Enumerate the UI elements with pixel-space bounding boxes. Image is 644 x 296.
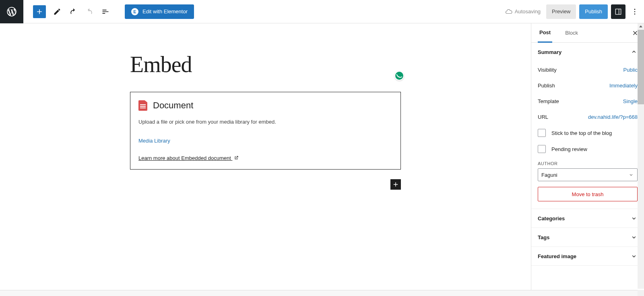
redo-button[interactable] (81, 4, 97, 20)
add-block-inline-button[interactable] (390, 179, 401, 190)
settings-toggle-button[interactable] (611, 4, 625, 19)
scrollbar-corner (638, 290, 644, 296)
row-template: Template Single (538, 93, 638, 109)
preview-button[interactable]: Preview (546, 4, 576, 19)
chevron-down-icon (630, 215, 638, 222)
edit-mode-button[interactable] (49, 4, 65, 20)
settings-sidebar: Post Block Summary Visibility Public (531, 23, 644, 296)
move-to-trash-button[interactable]: Move to trash (538, 187, 638, 201)
cloud-icon (505, 8, 512, 15)
publish-button[interactable]: Publish (579, 4, 608, 19)
pencil-icon (53, 8, 61, 16)
plus-icon (392, 181, 399, 188)
visibility-value[interactable]: Public (623, 67, 638, 73)
wordpress-logo[interactable] (0, 0, 23, 23)
block-description: Upload a file or pick one from your medi… (138, 119, 392, 125)
document-icon (138, 100, 147, 111)
post-title[interactable]: Embed (130, 52, 401, 77)
panel-featured-image-header[interactable]: Featured image (531, 247, 644, 265)
toolbar-tools (23, 4, 114, 20)
chevron-down-icon (630, 253, 638, 260)
panel-summary-body: Visibility Public Publish Immediately Te… (531, 61, 644, 209)
top-toolbar: E Edit with Elementor Autosaving Preview… (0, 0, 644, 23)
add-block-button[interactable] (33, 5, 46, 18)
block-title: Document (153, 100, 193, 111)
row-url: URL dev.nahid.life/?p=668 (538, 109, 638, 125)
sidebar-icon (614, 8, 622, 16)
wordpress-icon (6, 6, 17, 17)
author-select[interactable]: Faguni (538, 168, 638, 181)
panel-featured-image: Featured image (531, 247, 644, 266)
block-header: Document (138, 100, 392, 111)
template-value[interactable]: Single (623, 98, 638, 104)
document-block[interactable]: Document Upload a file or pick one from … (130, 92, 401, 170)
grammarly-icon[interactable] (394, 71, 404, 81)
tab-block[interactable]: Block (564, 23, 580, 42)
url-value[interactable]: dev.nahid.life/?p=668 (588, 114, 638, 120)
elementor-icon: E (131, 8, 138, 15)
panel-tags-header[interactable]: Tags (531, 228, 644, 246)
external-link-icon (234, 155, 239, 160)
editor-canvas[interactable]: Embed Document Upload a file or pick one… (0, 23, 531, 296)
toolbar-left: E Edit with Elementor (0, 0, 194, 23)
chevron-down-icon (630, 234, 638, 241)
scroll-up-icon (639, 25, 643, 29)
undo-button[interactable] (65, 4, 81, 20)
sticky-checkbox[interactable] (538, 129, 546, 137)
panel-categories: Categories (531, 209, 644, 228)
sidebar-body: Summary Visibility Public Publish Immedi… (531, 43, 644, 296)
publish-value[interactable]: Immediately (609, 83, 638, 89)
undo-icon (69, 8, 77, 16)
editor-content: Embed Document Upload a file or pick one… (130, 52, 401, 170)
document-outline-button[interactable] (97, 4, 114, 20)
svg-point-0 (634, 8, 636, 10)
panel-summary: Summary Visibility Public Publish Immedi… (531, 43, 644, 209)
checkbox-sticky: Stick to the top of the blog (538, 125, 638, 141)
media-library-button[interactable]: Media Library (136, 136, 173, 145)
pending-checkbox[interactable] (538, 145, 546, 153)
horizontal-scrollbar[interactable] (0, 290, 638, 296)
panel-tags: Tags (531, 228, 644, 247)
edit-with-elementor-button[interactable]: E Edit with Elementor (125, 4, 194, 19)
vertical-scrollbar[interactable] (638, 23, 644, 289)
more-vertical-icon (631, 8, 639, 16)
main-layout: Embed Document Upload a file or pick one… (0, 23, 644, 296)
plus-icon (35, 8, 43, 16)
learn-more-link[interactable]: Learn more about Embedded document (138, 155, 239, 161)
toolbar-right: Autosaving Preview Publish (505, 4, 644, 19)
row-visibility: Visibility Public (538, 62, 638, 78)
svg-point-2 (634, 13, 636, 14)
row-publish: Publish Immediately (538, 78, 638, 93)
sidebar-tabs: Post Block (531, 23, 644, 43)
checkbox-pending: Pending review (538, 141, 638, 157)
list-icon (101, 8, 109, 16)
panel-summary-header[interactable]: Summary (531, 43, 644, 61)
elementor-label: Edit with Elementor (142, 8, 188, 14)
tab-post[interactable]: Post (538, 23, 552, 43)
autosave-status: Autosaving (505, 8, 541, 15)
scrollbar-thumb[interactable] (638, 30, 644, 104)
svg-point-1 (634, 11, 636, 12)
chevron-down-icon (628, 172, 634, 178)
panel-categories-header[interactable]: Categories (531, 209, 644, 228)
author-section-label: AUTHOR (538, 161, 638, 166)
redo-icon (85, 8, 93, 16)
options-button[interactable] (629, 4, 641, 19)
chevron-up-icon (630, 48, 638, 56)
